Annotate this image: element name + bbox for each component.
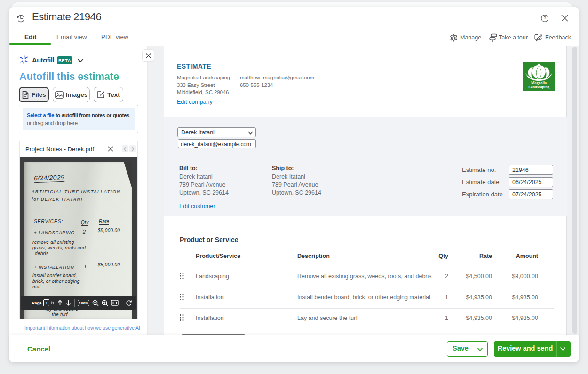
- svg-text:Magnolia: Magnolia: [531, 81, 547, 85]
- svg-text:?: ?: [543, 16, 546, 21]
- svg-text:Landscaping: Landscaping: [528, 85, 550, 89]
